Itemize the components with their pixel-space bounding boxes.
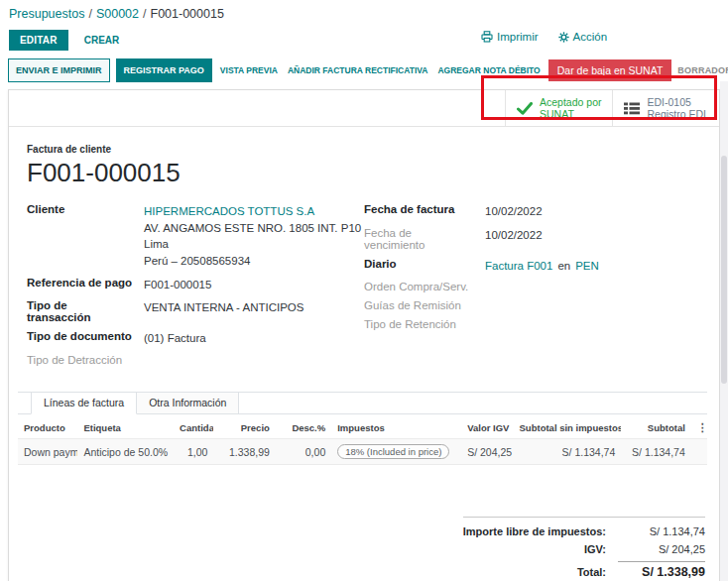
edit-button[interactable]: EDITAR [9,30,68,51]
cell-valor-igv: S/ 204,25 [461,439,513,465]
customer-address-line2: Lima [144,236,361,253]
field-transaction-type: Tipo de transacción VENTA INTERNA - ANTI… [27,299,364,323]
journal-label: Diario [364,258,485,275]
sunat-status-button[interactable]: Aceptado por SUNAT [505,90,612,126]
field-retention-type: Tipo de Retención [364,318,707,330]
preview-button[interactable]: VISTA PREVIA [218,65,280,75]
journal-value: Factura F001enPEN [485,258,599,275]
col-subtotal: Subtotal [621,415,691,439]
tab-invoice-lines[interactable]: Líneas de factura [31,393,137,414]
tab-bar: Líneas de factura Otra Información [18,392,707,414]
statusbar: ENVIAR E IMPRIMIR REGISTRAR PAGO VISTA P… [8,58,724,82]
breadcrumb-separator: / [143,7,146,21]
tab-other-info[interactable]: Otra Información [137,393,239,414]
sheet-button-box: Aceptado por SUNAT EDI-0105 Registro EDI [9,90,719,127]
table-header-row: Producto Etiqueta Cantidad Precio Desc.%… [18,415,707,439]
edi-registry-button[interactable]: EDI-0105 Registro EDI [612,90,717,126]
edi-registry-text: Registro EDI [647,108,706,120]
untaxed-value: S/ 1.134,74 [618,525,705,537]
total-label: Total: [577,566,606,578]
totals-tax-group: Importe libre de impuestos: S/ 1.134,74 … [463,517,705,581]
untaxed-label: Importe libre de impuestos: [463,525,606,537]
field-groups: Cliente HIPERMERCADOS TOTTUS S.A AV. ANG… [27,203,707,373]
scrollbar-thumb[interactable] [721,156,727,384]
customer-label: Cliente [27,203,144,270]
col-cantidad: Cantidad [174,415,213,439]
register-payment-button[interactable]: REGISTRAR PAGO [116,58,212,82]
print-button[interactable]: Imprimir [481,31,539,43]
breadcrumb-s00002[interactable]: S00002 [96,7,139,21]
field-invoice-date: Fecha de factura 10/02/2022 [364,203,707,220]
col-producto: Producto [18,415,77,439]
cell-precio: 1.338,99 [213,439,275,465]
purchase-order-label: Orden Compra/Serv. [364,281,485,292]
table-row[interactable]: Down payment Anticipo de 50.0% 1,00 1.33… [18,439,707,465]
state-draft[interactable]: BORRADOR [677,65,728,75]
field-detraction-type: Tipo de Detracción [27,354,364,366]
col-etiqueta: Etiqueta [77,415,174,439]
send-and-print-button[interactable]: ENVIAR E IMPRIMIR [8,58,110,82]
notebook: Líneas de factura Otra Información Produ… [18,392,707,465]
breadcrumb-separator: / [88,7,91,21]
cell-subtotal: S/ 1.134,74 [621,439,691,465]
igv-value: S/ 204,25 [618,543,705,555]
currency-link[interactable]: PEN [575,260,599,272]
toolbar-actions: Imprimir Acción [481,31,607,43]
breadcrumb: Presupuestos/S00002/F001-000015 [0,0,728,21]
invoice-lines-table: Producto Etiqueta Cantidad Precio Desc.%… [18,415,707,465]
status-widget: BORRADOR PUBLICADO [677,59,728,82]
breadcrumb-current: F001-000015 [151,7,224,21]
totals-section: Importe libre de impuestos: S/ 1.134,74 … [18,517,707,581]
field-journal: Diario Factura F001enPEN [364,258,707,275]
optional-columns-icon[interactable]: ⋮ [697,421,707,433]
field-column-left: Cliente HIPERMERCADOS TOTTUS S.A AV. ANG… [27,203,364,373]
transaction-type-label: Tipo de transacción [27,299,144,323]
document-type-value: (01) Factura [144,330,206,347]
cell-cantidad: 1,00 [174,439,213,465]
cell-desc: 0,00 [276,439,331,465]
print-label: Imprimir [497,31,539,43]
field-purchase-order: Orden Compra/Serv. [364,281,707,292]
col-valor-igv: Valor IGV [461,415,513,439]
add-debit-note-button[interactable]: AGREGAR NOTA DÉBITO [435,65,542,75]
add-credit-note-button[interactable]: AÑADIR FACTURA RECTIFICATIVA [286,65,430,75]
payment-reference-label: Referencia de pago [27,277,144,293]
check-icon [517,102,533,115]
payment-reference-value: F001-000015 [144,277,211,293]
action-label: Acción [573,31,608,43]
create-button[interactable]: CREAR [84,35,120,46]
sunat-status-line1: Aceptado por [540,96,601,108]
dispatch-guides-label: Guías de Remisión [364,299,485,311]
field-due-date: Fecha de vencimiento 10/02/2022 [364,227,707,251]
due-date-label: Fecha de vencimiento [364,227,485,251]
invoice-date-label: Fecha de factura [364,203,485,220]
toolbar: EDITAR CREAR Imprimir Acción [9,29,728,51]
action-button[interactable]: Acción [558,31,608,43]
breadcrumb-presupuestos[interactable]: Presupuestos [9,7,84,21]
col-precio: Precio [213,415,275,439]
edi-list-icon [624,102,640,115]
total-untaxed: Importe libre de impuestos: S/ 1.134,74 [463,525,705,537]
document-type-field-label: Tipo de documento [27,330,144,347]
customer-value: HIPERMERCADOS TOTTUS S.A AV. ANGAMOS EST… [144,203,361,270]
transaction-type-value: VENTA INTERNA - ANTICIPOS [144,299,303,323]
field-dispatch-guides: Guías de Remisión [364,299,707,311]
document-type-label: Factura de cliente [27,144,707,155]
sunat-cancel-button[interactable]: Dar de baja en SUNAT [548,59,672,81]
total-igv: IGV: S/ 204,25 [463,543,705,555]
customer-address-line1: AV. ANGAMOS ESTE NRO. 1805 INT. P10 [144,220,361,237]
journal-link[interactable]: Factura F001 [485,260,552,272]
journal-in-text: en [557,260,570,272]
detraction-type-label: Tipo de Detracción [27,354,144,366]
edi-registry-label: EDI-0105 Registro EDI [647,96,706,120]
customer-address-line3: Perú – 20508565934 [144,253,361,270]
customer-link[interactable]: HIPERMERCADOS TOTTUS S.A [144,205,314,217]
sunat-status-line2: SUNAT [540,108,601,120]
col-impuestos: Impuestos [331,415,461,439]
col-desc: Desc.% [276,415,331,439]
cell-producto: Down payment [18,439,77,465]
invoice-form-page: Presupuestos/S00002/F001-000015 EDITAR C… [0,0,728,581]
sunat-status-label: Aceptado por SUNAT [540,96,601,120]
col-subtotal-sin-impuestos: Subtotal sin impuestos [514,415,622,439]
cell-subtotal-sin-impuestos: S/ 1.134,74 [514,439,622,465]
